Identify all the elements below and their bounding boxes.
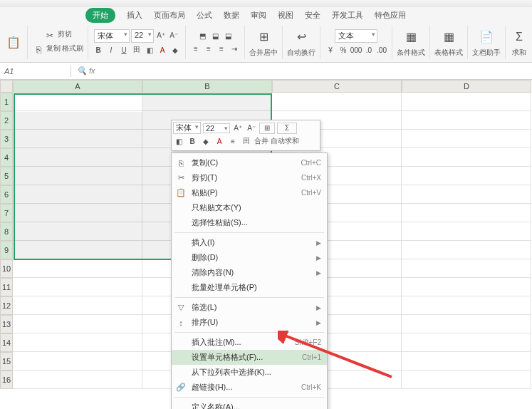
row-header[interactable]: 16: [0, 371, 13, 389]
ctx-item[interactable]: 选择性粘贴(S)...: [172, 215, 327, 230]
cell[interactable]: [402, 259, 531, 278]
cell[interactable]: [13, 130, 142, 148]
col-header[interactable]: B: [142, 80, 272, 93]
cell[interactable]: [402, 148, 531, 167]
row-header[interactable]: 7: [0, 204, 13, 222]
ctx-item[interactable]: ⎘复制(C)Ctrl+C: [172, 155, 327, 170]
tab-2[interactable]: 页面布局: [154, 10, 185, 21]
condfmt-icon[interactable]: ▦: [402, 28, 420, 46]
border-icon[interactable]: 田: [131, 44, 142, 56]
tab-6[interactable]: 视图: [278, 10, 293, 21]
row-header[interactable]: 1: [0, 93, 13, 111]
tab-9[interactable]: 特色应用: [375, 10, 406, 21]
font-color-icon[interactable]: A: [157, 44, 168, 56]
grow-font-icon[interactable]: A⁺: [155, 29, 167, 41]
col-header[interactable]: D: [402, 80, 531, 93]
cell[interactable]: [13, 241, 142, 259]
ctx-item[interactable]: 从下拉列表中选择(K)...: [172, 365, 327, 380]
docasst-icon[interactable]: 📄: [477, 28, 496, 46]
align-left-icon[interactable]: ≡: [190, 43, 202, 55]
cell[interactable]: [13, 185, 142, 204]
ctx-item[interactable]: 插入(I)▶: [172, 235, 327, 250]
ctx-item[interactable]: 批量处理单元格(P): [172, 280, 327, 295]
col-header[interactable]: C: [272, 80, 402, 93]
align-top-icon[interactable]: ⬒: [197, 31, 208, 42]
row-header[interactable]: 2: [0, 111, 13, 130]
row-header[interactable]: 4: [0, 148, 13, 167]
thousands-icon[interactable]: 000: [350, 44, 362, 56]
row-header[interactable]: 8: [0, 222, 13, 241]
cell[interactable]: [402, 130, 531, 148]
indent-icon[interactable]: ⇥: [229, 43, 240, 55]
ctx-item[interactable]: 📋粘贴(P)Ctrl+V: [172, 185, 327, 200]
cell[interactable]: [13, 204, 142, 222]
cell[interactable]: [142, 93, 272, 111]
cell[interactable]: [13, 371, 142, 389]
bold-icon[interactable]: B: [93, 44, 104, 56]
row-header[interactable]: 13: [0, 315, 13, 333]
fill-color-icon[interactable]: ◧: [144, 44, 155, 56]
mini-grow-icon[interactable]: A⁺: [232, 123, 244, 134]
tab-8[interactable]: 开发工具: [332, 10, 363, 21]
cell[interactable]: [13, 167, 142, 185]
mini-bold-icon[interactable]: B: [187, 135, 198, 147]
size-select[interactable]: 22: [131, 29, 154, 43]
name-box[interactable]: A1: [0, 66, 71, 77]
tab-0[interactable]: 开始: [85, 8, 115, 23]
ctx-item[interactable]: 只粘贴文本(Y): [172, 200, 327, 215]
cell[interactable]: [402, 371, 531, 389]
paste-icon[interactable]: 📋: [4, 33, 23, 52]
cell[interactable]: [13, 278, 142, 296]
align-mid-icon[interactable]: ⬓: [209, 31, 221, 42]
ctx-item[interactable]: ✂剪切(T)Ctrl+X: [172, 170, 327, 185]
mini-sum-icon[interactable]: Σ: [277, 123, 297, 134]
mini-align-icon[interactable]: ≡: [227, 135, 239, 147]
ctx-item[interactable]: 清除内容(N)▶: [172, 265, 327, 280]
mini-clear-icon[interactable]: ◧: [173, 135, 184, 147]
row-header[interactable]: 5: [0, 167, 13, 185]
merge-icon[interactable]: ⊞: [254, 28, 273, 46]
cell[interactable]: [402, 204, 531, 222]
shrink-font-icon[interactable]: A⁻: [168, 29, 179, 41]
cell[interactable]: [402, 352, 531, 371]
ctx-item[interactable]: 定义名称(A)...: [172, 400, 327, 409]
cell[interactable]: [13, 352, 142, 371]
cell[interactable]: [402, 222, 531, 241]
tab-7[interactable]: 安全: [305, 10, 320, 21]
tab-4[interactable]: 数据: [224, 10, 239, 21]
col-header[interactable]: A: [13, 80, 142, 93]
mini-size-select[interactable]: 22: [203, 123, 230, 133]
wrap-icon[interactable]: ↩: [292, 28, 311, 46]
row-header[interactable]: 11: [0, 278, 13, 296]
cell[interactable]: [402, 185, 531, 204]
percent-icon[interactable]: %: [338, 44, 349, 56]
row-header[interactable]: 15: [0, 352, 13, 371]
currency-icon[interactable]: ¥: [325, 44, 336, 56]
mini-border-icon[interactable]: 田: [241, 135, 252, 147]
ctx-item[interactable]: ↕排序(U)▶: [172, 315, 327, 330]
numfmt-select[interactable]: 文本: [335, 29, 377, 43]
tab-5[interactable]: 审阅: [251, 10, 266, 21]
tblstyle-icon[interactable]: ▦: [439, 28, 458, 46]
cell[interactable]: [13, 296, 142, 315]
ctx-item[interactable]: 🔗超链接(H)...Ctrl+K: [172, 380, 327, 395]
cell[interactable]: [402, 296, 531, 315]
copy-icon[interactable]: ⎘: [32, 43, 45, 56]
align-right-icon[interactable]: ≡: [216, 43, 227, 55]
mini-shrink-icon[interactable]: A⁻: [246, 123, 257, 134]
ctx-item[interactable]: 插入批注(M)...Shift+F2: [172, 335, 327, 350]
inc-dec-icon[interactable]: .0: [363, 44, 375, 56]
italic-icon[interactable]: I: [105, 44, 117, 56]
mini-fontcolor-icon[interactable]: A: [214, 135, 225, 147]
row-header[interactable]: 12: [0, 296, 13, 315]
row-header[interactable]: 14: [0, 333, 13, 352]
ctx-item[interactable]: ▽筛选(L)▶: [172, 300, 327, 315]
cell[interactable]: [13, 333, 142, 352]
cell[interactable]: [13, 222, 142, 241]
select-all-corner[interactable]: [0, 80, 13, 93]
cell[interactable]: [402, 333, 531, 352]
mini-merge-icon[interactable]: ⊞: [259, 123, 275, 134]
row-header[interactable]: 10: [0, 259, 13, 278]
cell[interactable]: [13, 93, 142, 111]
cell[interactable]: [13, 315, 142, 333]
